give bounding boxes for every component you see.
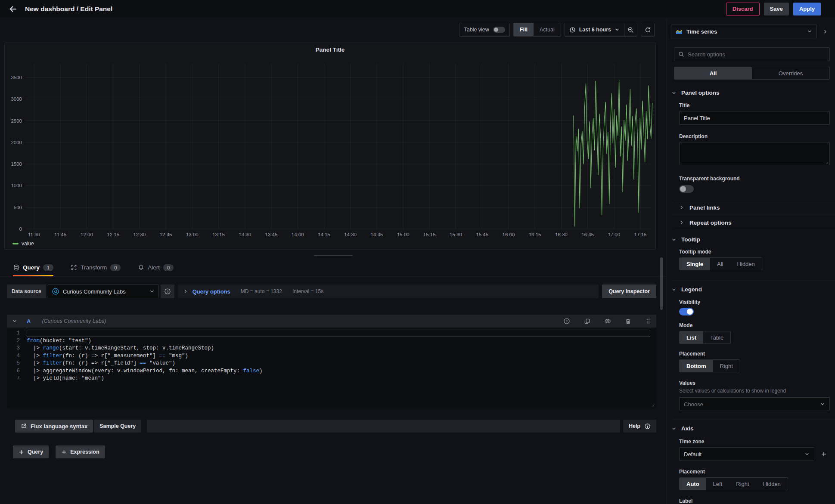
tab-transform[interactable]: Transform 0 bbox=[71, 262, 121, 276]
legend-values-select[interactable]: Choose bbox=[679, 397, 830, 411]
save-button[interactable]: Save bbox=[764, 3, 789, 15]
tab-query[interactable]: Query 1 bbox=[13, 262, 53, 276]
scrollbar-thumb[interactable] bbox=[660, 257, 663, 310]
code-line[interactable]: 5 |> filter(fn: (r) => r["_field"] == "v… bbox=[7, 360, 656, 368]
datasource-picker[interactable]: Curious Community Labs bbox=[48, 284, 159, 298]
svg-text:13:30: 13:30 bbox=[239, 232, 251, 237]
timezone-value: Default bbox=[684, 451, 804, 458]
visualization-picker[interactable]: Time series bbox=[671, 25, 817, 38]
apply-button[interactable]: Apply bbox=[793, 3, 821, 15]
question-circle-icon: ? bbox=[164, 288, 171, 295]
sample-query-button[interactable]: Sample Query bbox=[94, 420, 141, 433]
axis-placement-right[interactable]: Right bbox=[729, 478, 756, 490]
code-line[interactable]: 4 |> filter(fn: (r) => r["_measurement"]… bbox=[7, 352, 656, 360]
legend-visibility-toggle[interactable] bbox=[679, 308, 694, 315]
tab-overrides[interactable]: Overrides bbox=[752, 67, 829, 79]
hide-query-button[interactable] bbox=[604, 318, 611, 325]
tab-alert[interactable]: Alert 0 bbox=[138, 262, 174, 276]
chevron-right-icon bbox=[679, 205, 684, 210]
legend-placement-bottom[interactable]: Bottom bbox=[680, 360, 713, 372]
textarea-resize-handle[interactable] bbox=[824, 160, 829, 164]
axis-section-header[interactable]: Axis bbox=[671, 425, 835, 432]
add-timezone-button[interactable] bbox=[818, 448, 830, 460]
refresh-icon bbox=[645, 27, 651, 33]
fill-option[interactable]: Fill bbox=[514, 23, 534, 36]
back-button[interactable] bbox=[7, 3, 19, 15]
panel-links-section-header[interactable]: Panel links bbox=[667, 200, 835, 215]
datasource-label: Data source bbox=[7, 284, 46, 298]
svg-text:?: ? bbox=[566, 319, 568, 323]
duplicate-query-button[interactable] bbox=[584, 318, 590, 325]
eye-icon bbox=[604, 318, 611, 325]
description-textarea[interactable] bbox=[679, 142, 830, 165]
top-nav: New dashboard / Edit Panel Discard Save … bbox=[0, 0, 835, 18]
flux-syntax-button[interactable]: Flux language syntax bbox=[15, 420, 93, 433]
panel-options-section-header[interactable]: Panel options bbox=[671, 90, 835, 96]
query-options-bar[interactable]: Query options MD = auto = 1332 Interval … bbox=[178, 284, 599, 298]
resize-corner-icon bbox=[824, 160, 829, 164]
divider bbox=[672, 230, 835, 230]
svg-text:15:45: 15:45 bbox=[476, 232, 488, 237]
chevron-down-icon bbox=[149, 289, 155, 294]
add-expression-button[interactable]: Expression bbox=[56, 445, 105, 458]
svg-text:?: ? bbox=[166, 290, 168, 294]
chevron-right-icon bbox=[823, 29, 828, 34]
code-editor-lines: 12from(bucket: "test")3 |> range(start: … bbox=[7, 330, 656, 383]
delete-query-button[interactable] bbox=[625, 318, 631, 325]
refresh-button[interactable] bbox=[641, 23, 655, 37]
code-line[interactable]: 2from(bucket: "test") bbox=[7, 337, 656, 345]
svg-text:17:00: 17:00 bbox=[608, 232, 620, 237]
chart-legend[interactable]: value bbox=[12, 241, 34, 247]
legend-section-header[interactable]: Legend bbox=[671, 286, 835, 293]
legend-mode-table[interactable]: Table bbox=[703, 331, 730, 343]
query-inspector-button[interactable]: Query inspector bbox=[602, 284, 656, 298]
discard-button[interactable]: Discard bbox=[726, 3, 760, 15]
tooltip-mode-single[interactable]: Single bbox=[680, 258, 710, 270]
query-datasource-subtitle: (Curious Community Labs) bbox=[42, 318, 106, 324]
axis-placement-segment: Auto Left Right Hidden bbox=[679, 477, 788, 490]
tooltip-section-header[interactable]: Tooltip bbox=[671, 236, 835, 243]
timeseries-viz-icon bbox=[676, 28, 683, 35]
tab-all-options[interactable]: All bbox=[674, 67, 752, 79]
tooltip-mode-label: Tooltip mode bbox=[679, 249, 830, 255]
code-line[interactable]: 3 |> range(start: v.timeRangeStart, stop… bbox=[7, 345, 656, 352]
help-button[interactable]: Help bbox=[623, 420, 656, 433]
query-ref-id[interactable]: A bbox=[27, 318, 31, 325]
legend-placement-right[interactable]: Right bbox=[713, 360, 740, 372]
table-view-label: Table view bbox=[464, 27, 489, 33]
query-options-link[interactable]: Query options bbox=[192, 288, 230, 295]
tooltip-mode-hidden[interactable]: Hidden bbox=[730, 258, 761, 270]
axis-placement-left[interactable]: Left bbox=[706, 478, 729, 490]
fill-actual-segment: Fill Actual bbox=[513, 23, 561, 37]
time-series-chart[interactable]: 050010001500200025003000350011:3011:4512… bbox=[5, 43, 655, 240]
time-range-picker[interactable]: Last 6 hours bbox=[565, 23, 624, 36]
panel-title-input[interactable] bbox=[679, 111, 830, 125]
code-line[interactable]: 6 |> aggregateWindow(every: v.windowPeri… bbox=[7, 368, 656, 375]
axis-placement-hidden[interactable]: Hidden bbox=[756, 478, 788, 490]
timezone-select[interactable]: Default bbox=[679, 447, 814, 461]
options-search[interactable] bbox=[674, 47, 830, 61]
pane-resize-handle[interactable] bbox=[314, 255, 353, 256]
axis-placement-auto[interactable]: Auto bbox=[680, 478, 706, 490]
collapse-options-button[interactable] bbox=[819, 25, 831, 38]
legend-mode-list[interactable]: List bbox=[680, 331, 703, 343]
flux-code-editor[interactable]: 12from(bucket: "test")3 |> range(start: … bbox=[7, 328, 656, 408]
code-line[interactable]: 7 |> yield(name: "mean") bbox=[7, 375, 656, 383]
editor-resize-handle[interactable] bbox=[650, 402, 655, 407]
transform-icon bbox=[71, 264, 77, 271]
svg-text:14:30: 14:30 bbox=[344, 232, 357, 237]
query-help-button[interactable]: ? bbox=[563, 318, 570, 325]
svg-text:12:00: 12:00 bbox=[81, 232, 93, 237]
transparent-bg-toggle[interactable] bbox=[679, 185, 694, 193]
actual-option[interactable]: Actual bbox=[534, 23, 561, 36]
tooltip-mode-all[interactable]: All bbox=[710, 258, 730, 270]
table-view-toggle[interactable] bbox=[493, 27, 505, 33]
chevron-down-icon[interactable] bbox=[12, 318, 17, 324]
drag-query-handle[interactable] bbox=[645, 318, 651, 324]
options-search-input[interactable] bbox=[688, 51, 826, 58]
code-line[interactable]: 1 bbox=[7, 330, 656, 337]
repeat-options-section-header[interactable]: Repeat options bbox=[667, 215, 835, 230]
zoom-out-button[interactable] bbox=[624, 23, 637, 36]
datasource-help-button[interactable]: ? bbox=[161, 284, 174, 298]
add-query-button[interactable]: Query bbox=[13, 445, 49, 458]
